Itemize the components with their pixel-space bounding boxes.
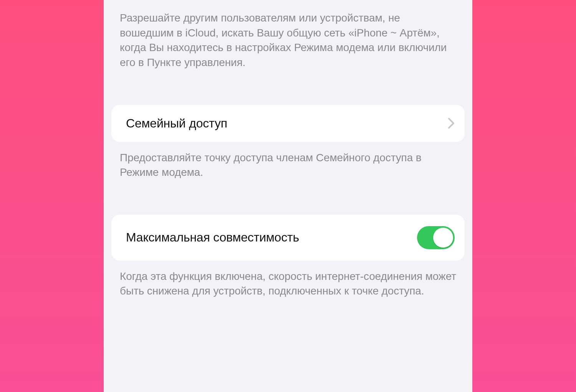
allow-others-description: Разрешайте другим пользователям или устр… [104,0,472,70]
max-compat-toggle[interactable] [417,226,455,249]
family-sharing-row[interactable]: Семейный доступ [111,105,465,142]
max-compat-row: Максимальная совместимость [111,215,465,261]
max-compat-footer: Когда эта функция включена, скорость инт… [104,261,472,299]
family-sharing-footer: Предоставляйте точку доступа членам Семе… [104,142,472,180]
max-compat-group: Максимальная совместимость Когда эта фун… [104,215,472,299]
toggle-knob [433,228,453,248]
max-compat-label: Максимальная совместимость [126,230,299,245]
family-sharing-label: Семейный доступ [126,116,227,131]
family-sharing-group: Семейный доступ Предоставляйте точку дос… [104,105,472,180]
chevron-right-icon [448,117,455,129]
settings-panel: Разрешайте другим пользователям или устр… [104,0,472,392]
